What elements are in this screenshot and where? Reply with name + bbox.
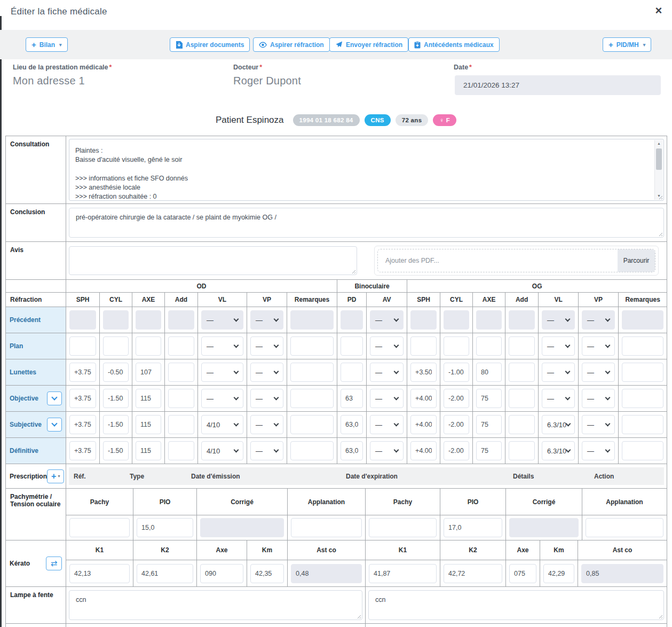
conclusion-textarea[interactable]: pré-opératoire chirurgie de la cataracte… <box>69 208 664 238</box>
applanation-og-input[interactable] <box>586 518 663 537</box>
remarques-input[interactable] <box>622 389 663 408</box>
axe-od-input[interactable] <box>200 564 243 583</box>
envoyer-refraction-button[interactable]: Envoyer réfraction <box>329 37 408 52</box>
add-input[interactable] <box>168 336 194 356</box>
resize-handle[interactable] <box>356 614 361 618</box>
cyl-input[interactable] <box>444 389 469 408</box>
aspirer-refraction-button[interactable]: Aspirer réfraction <box>253 37 330 52</box>
vp-select[interactable]: — <box>250 336 283 356</box>
k1-od-input[interactable] <box>69 564 130 583</box>
close-button[interactable]: × <box>651 3 666 18</box>
av-select[interactable]: — <box>370 441 404 460</box>
vl-select[interactable]: — <box>542 336 575 356</box>
applanation-od-input[interactable] <box>291 518 362 537</box>
pd-input[interactable] <box>341 415 363 434</box>
pd-input[interactable] <box>341 441 363 460</box>
cyl-input[interactable] <box>103 441 129 460</box>
axe-input[interactable] <box>476 363 502 382</box>
aspirer-documents-button[interactable]: Aspirer documents <box>170 37 250 52</box>
axe-input[interactable] <box>136 415 161 434</box>
add-input[interactable] <box>168 310 194 330</box>
vp-select[interactable]: — <box>582 363 615 382</box>
remarques-input[interactable] <box>290 415 334 434</box>
vl-select[interactable]: 6.3/10 <box>542 415 575 434</box>
remarques-input[interactable] <box>290 336 334 356</box>
sph-input[interactable] <box>69 336 96 356</box>
pd-input[interactable] <box>341 336 363 356</box>
remarques-input[interactable] <box>622 363 663 382</box>
sph-input[interactable] <box>69 389 96 408</box>
cyl-input[interactable] <box>103 415 129 434</box>
axe-input[interactable] <box>136 363 161 382</box>
av-select[interactable]: — <box>370 363 404 382</box>
bilan-button[interactable]: + Bilan ▾ <box>26 37 68 52</box>
sph-input[interactable] <box>69 415 96 434</box>
k1-og-input[interactable] <box>369 564 437 583</box>
expand-subjective-button[interactable] <box>47 418 62 432</box>
vl-select[interactable]: — <box>542 363 575 382</box>
remarques-input[interactable] <box>622 441 663 460</box>
pd-input[interactable] <box>341 310 363 330</box>
km-og-input[interactable] <box>543 564 574 583</box>
add-input[interactable] <box>168 441 194 460</box>
cyl-input[interactable] <box>444 310 469 330</box>
axe-input[interactable] <box>136 310 161 330</box>
docteur-value[interactable]: Roger Dupont <box>233 75 301 87</box>
k2-od-input[interactable] <box>137 564 193 583</box>
sph-input[interactable] <box>69 310 96 330</box>
remarques-input[interactable] <box>290 310 334 330</box>
resize-handle[interactable] <box>658 614 662 618</box>
corrige-od-input[interactable] <box>200 518 284 537</box>
remarques-input[interactable] <box>622 415 663 434</box>
add-prescription-button[interactable]: +▾ <box>47 469 64 483</box>
add-input[interactable] <box>509 415 535 434</box>
vp-select[interactable]: — <box>250 441 283 460</box>
remarques-input[interactable] <box>622 336 663 356</box>
axe-input[interactable] <box>476 336 502 356</box>
pio-og-input[interactable] <box>444 518 502 537</box>
add-input[interactable] <box>168 389 194 408</box>
lampe-og-textarea[interactable]: ccn <box>368 590 664 620</box>
remarques-input[interactable] <box>290 441 334 460</box>
pachy-og-input[interactable] <box>369 518 437 537</box>
cyl-input[interactable] <box>444 441 469 460</box>
vl-select[interactable]: 6.3/10 <box>542 441 575 460</box>
axe-input[interactable] <box>476 441 502 460</box>
cyl-input[interactable] <box>103 363 129 382</box>
sph-input[interactable] <box>69 363 96 382</box>
pio-od-input[interactable] <box>137 518 193 537</box>
km-od-input[interactable] <box>250 564 284 583</box>
axe-input[interactable] <box>136 336 161 356</box>
k2-og-input[interactable] <box>444 564 502 583</box>
add-input[interactable] <box>509 389 535 408</box>
scrollbar[interactable]: ▲ ▼ <box>654 140 663 200</box>
cyl-input[interactable] <box>444 363 469 382</box>
vp-select[interactable]: — <box>582 441 615 460</box>
cyl-input[interactable] <box>444 336 469 356</box>
date-input[interactable] <box>455 75 661 95</box>
sph-input[interactable] <box>410 415 437 434</box>
scroll-up-icon[interactable]: ▲ <box>655 140 663 147</box>
add-input[interactable] <box>509 310 535 330</box>
sph-input[interactable] <box>410 310 437 330</box>
vl-select[interactable]: — <box>201 336 243 356</box>
astco-og-input[interactable] <box>581 564 663 583</box>
cyl-input[interactable] <box>103 310 129 330</box>
remarques-input[interactable] <box>290 363 334 382</box>
av-select[interactable]: — <box>370 415 404 434</box>
resize-handle[interactable] <box>658 231 662 236</box>
vl-select[interactable]: — <box>201 310 243 330</box>
sph-input[interactable] <box>410 441 437 460</box>
cyl-input[interactable] <box>103 336 129 356</box>
pid-mh-button[interactable]: + PID/MH ▾ <box>603 37 651 52</box>
vl-select[interactable]: — <box>201 363 243 382</box>
add-input[interactable] <box>168 363 194 382</box>
vp-select[interactable]: — <box>250 389 283 408</box>
axe-input[interactable] <box>476 415 502 434</box>
vp-select[interactable]: — <box>582 389 615 408</box>
add-input[interactable] <box>509 336 535 356</box>
pd-input[interactable] <box>341 363 363 382</box>
vl-select[interactable]: 4/10 <box>201 441 243 460</box>
axe-input[interactable] <box>476 389 502 408</box>
vp-select[interactable]: — <box>250 415 283 434</box>
